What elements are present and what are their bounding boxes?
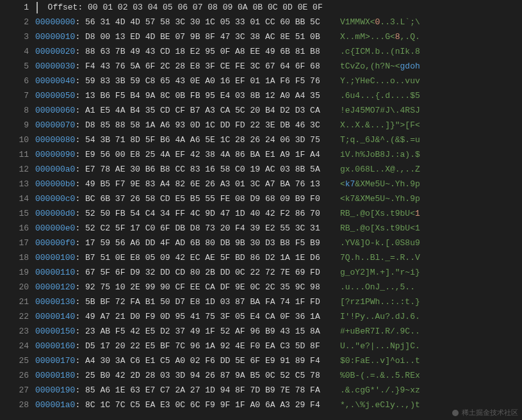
hex-row: 00000110: 67 5F 6F D9 32 DD CD 80 2B DD … (35, 265, 522, 280)
row-hex: 59 83 3B 59 C8 65 43 0E A0 16 EF 01 1A F… (85, 76, 320, 86)
line-number: 22 (0, 309, 29, 324)
row-ascii: .u...OnJ_..,5.. (340, 282, 415, 292)
hex-row: 00000000: 56 31 4D 4D 57 58 3C 30 1C 05 … (35, 15, 522, 29)
row-offset: 00000090 (35, 150, 75, 159)
line-number-gutter: 1234567891011121314151617181920212223242… (0, 0, 35, 412)
row-offset: 000000f0 (35, 238, 75, 248)
hex-row: 00000090: E9 56 00 E8 25 4A EF 42 38 4A … (35, 147, 522, 162)
row-ascii: *,.\%j.eCly..,)t (340, 400, 420, 410)
line-number: 7 (0, 88, 29, 103)
line-number: 11 (0, 147, 29, 162)
row-ascii: U.."e?|...Npj]C. (340, 341, 420, 351)
hex-row: 00000040: 59 83 3B 59 C8 65 43 0E A0 16 … (35, 74, 522, 88)
line-number: 2 (0, 15, 29, 29)
hex-row: 00000020: 88 63 7B 49 43 CD 18 E2 95 0F … (35, 44, 522, 59)
row-ascii: V1MMWX<0..3.L`;\ (340, 17, 420, 27)
header-columns: 00 01 02 03 04 05 06 07 08 09 0A 0B 0C 0… (88, 3, 323, 12)
hex-editor: 1234567891011121314151617181920212223242… (0, 0, 522, 412)
row-offset: 00000140 (35, 312, 75, 321)
line-number: 24 (0, 339, 29, 353)
hex-row: 00000100: B7 51 0E E8 05 09 42 EC AE 5F … (35, 250, 522, 265)
row-offset: 00000040 (35, 76, 75, 86)
row-hex: 52 C2 5F 17 C0 6F DB D8 73 20 F4 39 E2 5… (85, 223, 320, 233)
row-ascii: RB_.@o[Xs.t9bU<1 (340, 223, 420, 233)
row-hex: B7 51 0E E8 05 09 42 EC AE 5F BD 86 D2 1… (85, 253, 320, 262)
line-number: 3 (0, 29, 29, 44)
code-content: Offset: 00 01 02 03 04 05 06 07 08 09 0A… (35, 0, 522, 412)
line-number: 1 (0, 0, 29, 15)
row-hex: 92 75 10 2E 99 90 CF EE CA DF 9E 0C 2C 3… (85, 282, 320, 292)
row-ascii: 7Q.h..Bl._=.R..V (340, 253, 420, 262)
row-ascii: I'!Py..Au?.dJ.6. (340, 312, 420, 321)
line-number: 10 (0, 133, 29, 147)
line-number: 14 (0, 191, 29, 206)
row-ascii: gx.068L..X@.,..Z (340, 165, 420, 174)
row-offset: 00000060 (35, 106, 75, 115)
row-offset: 00000030 (35, 61, 75, 71)
line-number: 4 (0, 44, 29, 59)
line-number: 5 (0, 59, 29, 74)
header-row: Offset: 00 01 02 03 04 05 06 07 08 09 0A… (35, 0, 522, 15)
row-ascii: #+uBeR7I.R/.9C.. (340, 327, 420, 336)
row-offset: 00000170 (35, 356, 75, 366)
line-number: 18 (0, 250, 29, 265)
row-hex: A1 E5 4A B4 35 CD CF B7 A3 CA 5C 20 B4 D… (85, 106, 320, 115)
row-offset: 00000050 (35, 91, 75, 101)
row-ascii: X..mM>...G<8,.Q. (340, 32, 420, 42)
line-number: 20 (0, 280, 29, 295)
hex-row: 00000130: 5B BF 72 FA B1 50 D7 E8 1D 03 … (35, 295, 522, 309)
row-hex: D8 00 13 ED 4D BE 07 9B 8F 47 3C 38 AC 8… (85, 32, 320, 42)
row-hex: E7 78 AE 30 B6 B8 CC 83 16 58 C0 19 AC 0… (85, 165, 320, 174)
row-hex: E9 56 00 E8 25 4A EF 42 38 4A 86 BA E1 A… (85, 150, 320, 159)
line-number: 25 (0, 353, 29, 368)
row-offset: 00000190 (35, 385, 75, 395)
row-offset: 00000010 (35, 32, 75, 42)
row-ascii: RB_.@o[Xs.t9bU<1 (340, 209, 420, 218)
line-number: 17 (0, 236, 29, 250)
hex-row: 00000190: 85 A6 1E 63 E7 C7 2A 27 1D 94 … (35, 383, 522, 398)
row-offset: 00000000 (35, 17, 75, 27)
row-offset: 00000160 (35, 341, 75, 351)
row-offset: 000000a0 (35, 165, 75, 174)
hex-row: 000000a0: E7 78 AE 30 B6 B8 CC 83 16 58 … (35, 162, 522, 177)
row-ascii: .&.cgG*'./.}9~xz (340, 385, 420, 395)
hex-row: 00000070: D8 85 88 58 1A A6 93 0D 1C DD … (35, 118, 522, 133)
row-hex: 23 AB F5 42 E5 D2 37 49 1F 52 AF 96 B9 4… (85, 327, 320, 336)
line-number: 26 (0, 368, 29, 383)
row-ascii: <k7&XMe5U~.Yh.9p (340, 194, 420, 204)
hex-row: 00000060: A1 E5 4A B4 35 CD CF B7 A3 CA … (35, 103, 522, 118)
hex-row: 000000c0: BC 6B 37 26 58 CD E5 B5 55 FE … (35, 191, 522, 206)
hex-row: 000000f0: 17 59 56 A6 DD 4F AD 6B 80 DB … (35, 236, 522, 250)
row-hex: D5 17 20 22 E5 BF 7C 96 1A 92 4E F0 EA C… (85, 341, 320, 351)
row-ascii: $0:FaE..v]^oi..t (340, 356, 420, 366)
row-hex: 8C 1C 7C C5 EA E3 0C 6C F9 9F 1F A0 6A A… (85, 400, 320, 410)
row-hex: BC 6B 37 26 58 CD E5 B5 55 FE 08 D9 68 0… (85, 194, 320, 204)
row-offset: 00000080 (35, 135, 75, 145)
row-offset: 00000020 (35, 47, 75, 56)
hex-row: 000000b0: 49 B5 F7 9E 83 A4 82 6E 26 A3 … (35, 177, 522, 191)
line-number: 27 (0, 383, 29, 398)
hex-row: 000001a0: 8C 1C 7C C5 EA E3 0C 6C F9 9F … (35, 398, 522, 412)
row-offset: 000000b0 (35, 179, 75, 189)
watermark: 稀土掘金技术社区 (452, 408, 518, 417)
row-ascii: X..X.&...]}">[F< (340, 120, 420, 130)
row-ascii: tCvZo,(h?N~<gdoh (340, 61, 420, 71)
row-offset: 00000150 (35, 327, 75, 336)
line-number: 15 (0, 206, 29, 221)
row-ascii: .6u4...{.d....$5 (340, 91, 420, 101)
row-hex: 49 A7 21 D0 F9 0D 95 41 75 3F 05 E4 CA 0… (85, 312, 320, 321)
row-hex: 25 B0 42 2D 28 03 3D 94 26 87 9A B5 0C 5… (85, 371, 320, 380)
row-ascii: [?rz1PWh..:.:t.} (340, 297, 420, 307)
line-number: 23 (0, 324, 29, 339)
row-ascii: <k7&XMe5U~.Yh.9p (340, 179, 420, 189)
row-hex: F4 43 76 5A 6F 2C 28 E8 3F CE FE 3C 67 6… (85, 61, 320, 71)
row-hex: 56 31 4D 4D 57 58 3C 30 1C 05 33 01 CC 6… (85, 17, 320, 27)
row-hex: 5B BF 72 FA B1 50 D7 E8 1D 03 87 BA FA 7… (85, 297, 320, 307)
row-offset: 00000110 (35, 268, 75, 277)
hex-row: 00000150: 23 AB F5 42 E5 D2 37 49 1F 52 … (35, 324, 522, 339)
row-hex: 52 50 FB 54 C4 34 FF 4C 9D 47 1D 40 42 F… (85, 209, 320, 218)
row-hex: 67 5F 6F D9 32 DD CD 80 2B DD 0C 22 72 7… (85, 268, 320, 277)
row-offset: 00000180 (35, 371, 75, 380)
hex-row: 00000140: 49 A7 21 D0 F9 0D 95 41 75 3F … (35, 309, 522, 324)
row-offset: 000000e0 (35, 223, 75, 233)
